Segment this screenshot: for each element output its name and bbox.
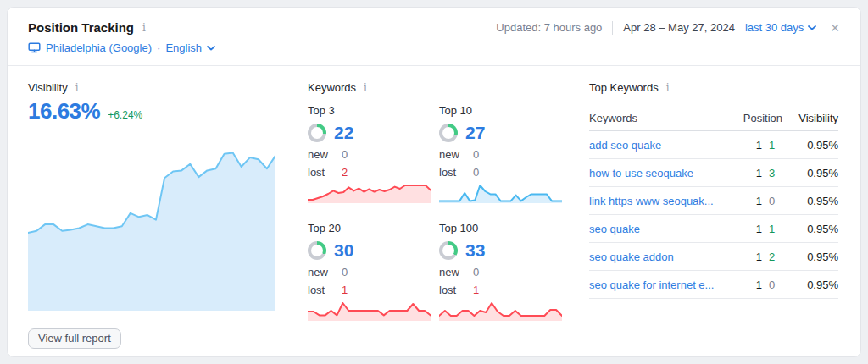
keyword-link[interactable]: seo quake addon (589, 251, 674, 263)
updated-timestamp: Updated: 7 hours ago (496, 21, 602, 34)
campaign-selector[interactable]: Philadelphia (Google) (28, 41, 152, 54)
card-label: Top 3 (308, 104, 431, 117)
new-value: 0 (473, 266, 479, 279)
table-header-row: Keywords Position Visibility (589, 106, 838, 131)
position-diff: 1 (769, 139, 782, 152)
widget-header: Position Tracking i Updated: 7 hours ago… (8, 8, 860, 35)
position-diff: 0 (769, 279, 782, 291)
position-diff: 1 (769, 223, 782, 235)
campaign-label: Philadelphia (Google) (46, 41, 152, 54)
donut-icon (439, 241, 458, 260)
top-keywords-section: Top Keywords i Keywords Position Visibil… (589, 81, 838, 349)
keyword-link[interactable]: link https www seoquak... (589, 195, 714, 207)
new-value: 0 (473, 148, 479, 161)
keyword-count[interactable]: 33 (465, 240, 485, 261)
new-value: 0 (342, 148, 348, 161)
close-icon[interactable]: ✕ (830, 21, 840, 35)
view-full-report-button[interactable]: View full report (28, 328, 121, 349)
donut-icon (439, 124, 458, 142)
table-row: how to use seoquake 13 0.95% (589, 159, 838, 187)
keyword-link[interactable]: seo quake (589, 223, 640, 235)
card-label: Top 20 (308, 222, 431, 234)
top20-sparkline (308, 301, 431, 321)
top3-sparkline (308, 183, 431, 203)
monitor-icon (28, 42, 41, 53)
visibility-cell: 0.95% (782, 139, 838, 152)
info-icon[interactable]: i (665, 83, 671, 93)
new-label: new (308, 266, 330, 279)
date-range: Apr 28 – May 27, 2024 (623, 21, 735, 34)
period-dropdown-label: last 30 days (745, 21, 804, 34)
chevron-down-icon (808, 25, 816, 30)
visibility-delta: +6.24% (108, 109, 142, 121)
lost-label: lost (308, 284, 330, 296)
visibility-cell: 0.95% (782, 279, 838, 291)
keyword-link[interactable]: how to use seoquake (589, 167, 693, 179)
visibility-trend-chart (28, 145, 275, 311)
lost-value: 0 (473, 166, 479, 179)
lost-value: 1 (473, 284, 479, 296)
lost-label: lost (308, 166, 330, 179)
info-icon[interactable]: i (74, 83, 81, 93)
period-dropdown[interactable]: last 30 days (745, 21, 816, 34)
position-tracking-widget: Position Tracking i Updated: 7 hours ago… (7, 7, 861, 357)
column-header-visibility: Visibility (782, 112, 838, 124)
lost-value: 1 (342, 284, 348, 296)
table-row: seo quake addon 12 0.95% (589, 243, 838, 271)
language-selector[interactable]: English (165, 41, 215, 54)
table-row: seo quake 11 0.95% (589, 215, 838, 243)
lost-label: lost (439, 284, 461, 296)
keyword-count[interactable]: 30 (334, 240, 353, 261)
position-diff: 2 (769, 251, 782, 263)
table-row: seo quake for internet e... 10 0.95% (589, 271, 838, 299)
position-value: 1 (733, 139, 762, 152)
column-header-position: Position (733, 112, 782, 124)
card-label: Top 100 (439, 222, 562, 234)
chevron-down-icon (207, 46, 215, 51)
visibility-label: Visibility (28, 81, 68, 94)
keyword-count[interactable]: 22 (334, 123, 353, 143)
table-row: add seo quake 11 0.95% (589, 131, 838, 159)
position-value: 1 (733, 223, 762, 235)
donut-icon (308, 241, 326, 260)
top-keywords-table: Keywords Position Visibility add seo qua… (589, 106, 838, 299)
keyword-link[interactable]: seo quake for internet e... (589, 279, 714, 291)
visibility-cell: 0.95% (782, 223, 838, 235)
page-title: Position Tracking (28, 20, 134, 35)
top10-sparkline (439, 183, 562, 203)
keywords-label: Keywords (308, 81, 356, 94)
keywords-card-top100: Top 100 33 new0 lost1 (439, 222, 562, 321)
visibility-value: 16.63% (28, 98, 100, 124)
header-divider (612, 21, 613, 35)
campaign-language-separator: · (157, 41, 160, 54)
new-label: new (439, 148, 461, 161)
position-value: 1 (733, 167, 762, 179)
visibility-cell: 0.95% (782, 251, 838, 263)
keywords-card-top20: Top 20 30 new0 lost1 (308, 222, 431, 321)
donut-icon (308, 124, 326, 142)
position-diff: 3 (769, 167, 782, 179)
new-label: new (308, 148, 330, 161)
new-value: 0 (342, 266, 348, 279)
info-icon[interactable]: i (141, 23, 147, 33)
language-label: English (165, 41, 202, 54)
table-row: link https www seoquak... 10 0.95% (589, 187, 838, 215)
lost-label: lost (439, 166, 461, 179)
visibility-section: Visibility i 16.63% +6.24% View full rep… (28, 81, 275, 349)
position-diff: 0 (769, 195, 782, 207)
keywords-section: Keywords i Top 3 22 new0 lost2 Top 10 (308, 81, 562, 349)
new-label: new (439, 266, 461, 279)
lost-value: 2 (342, 166, 348, 179)
position-value: 1 (733, 251, 762, 263)
visibility-cell: 0.95% (782, 167, 838, 179)
visibility-cell: 0.95% (782, 195, 838, 207)
column-header-keywords: Keywords (589, 112, 733, 124)
top-keywords-label: Top Keywords (589, 81, 659, 94)
position-value: 1 (733, 195, 762, 207)
keyword-link[interactable]: add seo quake (589, 139, 661, 152)
keyword-count[interactable]: 27 (465, 123, 485, 143)
card-label: Top 10 (439, 104, 562, 117)
keywords-card-top10: Top 10 27 new0 lost0 (439, 104, 562, 203)
info-icon[interactable]: i (362, 83, 369, 93)
top100-sparkline (439, 301, 562, 321)
